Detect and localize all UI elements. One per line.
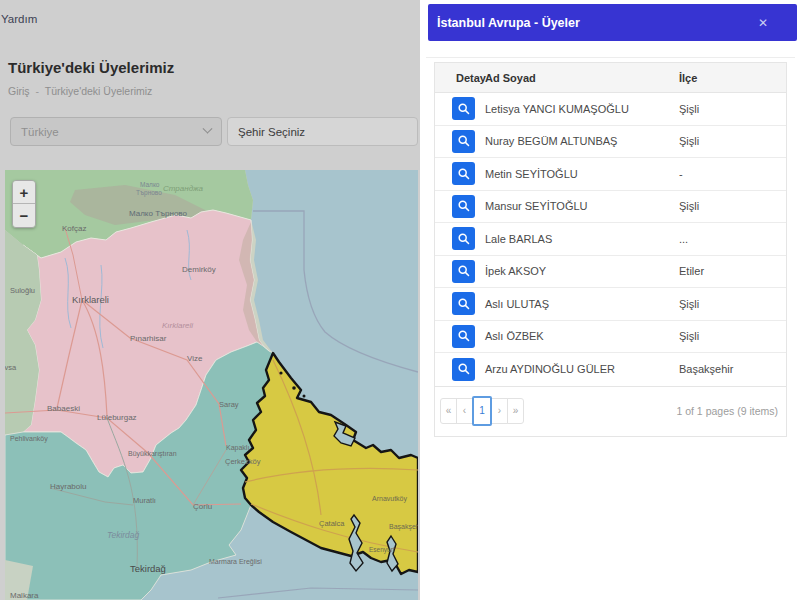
column-header-detay: Detay bbox=[435, 72, 485, 84]
breadcrumb-separator: - bbox=[36, 85, 40, 97]
map-zoom-in-button[interactable]: + bbox=[13, 181, 35, 204]
pagination-last-button[interactable]: » bbox=[507, 398, 524, 424]
map-label: Malkara bbox=[10, 591, 39, 600]
magnifier-icon bbox=[457, 264, 471, 278]
map-islet bbox=[292, 386, 296, 390]
members-table: Detay Ad Soyad İlçe Letisya YANCI KUMAŞO… bbox=[434, 62, 787, 437]
map-label: Çerkezköy bbox=[225, 457, 261, 466]
map-label: Pınarhisar bbox=[130, 334, 167, 343]
map[interactable]: МалкоТърновоСтранджаМалко ТърновоKofçazD… bbox=[5, 170, 418, 600]
chevron-down-icon bbox=[203, 124, 213, 134]
column-header-adsoyad: Ad Soyad bbox=[485, 72, 679, 84]
screen: Yardım Türkiye'deki Üyelerimiz Giriş - T… bbox=[0, 0, 800, 600]
map-label: Arnavutköy bbox=[372, 495, 408, 503]
map-label: Hayrabolu bbox=[50, 482, 86, 491]
detail-cell bbox=[435, 358, 485, 381]
map-label: Малко Търново bbox=[129, 209, 187, 218]
table-row: Aslı ULUTAŞŞişli bbox=[435, 288, 786, 321]
detail-button[interactable] bbox=[452, 325, 475, 348]
detail-button[interactable] bbox=[452, 195, 475, 218]
map-label: Başakşehir bbox=[389, 523, 418, 531]
detail-button[interactable] bbox=[452, 130, 475, 153]
pagination-page-1-button[interactable]: 1 bbox=[472, 396, 492, 426]
table-row: Lale BARLAS... bbox=[435, 223, 786, 256]
detail-cell bbox=[435, 97, 485, 120]
country-select-value: Türkiye bbox=[21, 126, 59, 138]
map-label: Странджа bbox=[163, 184, 204, 193]
breadcrumb: Giriş - Türkiye'deki Üyelerimiz bbox=[8, 85, 152, 97]
member-name: Nuray BEGÜM ALTUNBAŞ bbox=[485, 135, 679, 147]
table-row: Mansur SEYİTOĞLUŞişli bbox=[435, 191, 786, 224]
detail-button[interactable] bbox=[452, 162, 475, 185]
map-label: Esenyurt bbox=[369, 546, 395, 554]
detail-cell bbox=[435, 162, 485, 185]
nav-item-help[interactable]: Yardım bbox=[1, 13, 37, 25]
detail-button[interactable] bbox=[452, 227, 475, 250]
member-name: Aslı ÖZBEK bbox=[485, 330, 679, 342]
member-district: Etiler bbox=[679, 265, 786, 277]
map-label: Muratlı bbox=[133, 496, 156, 505]
pagination: « ‹ 1 › » 1 of 1 pages (9 items) bbox=[435, 387, 786, 436]
table-row: Letisya YANCI KUMAŞOĞLUŞişli bbox=[435, 93, 786, 126]
column-header-ilce: İlçe bbox=[679, 72, 786, 84]
map-label: Saray bbox=[219, 400, 239, 409]
member-district: Başakşehir bbox=[679, 363, 786, 375]
table-body: Letisya YANCI KUMAŞOĞLUŞişliNuray BEGÜM … bbox=[435, 93, 786, 387]
magnifier-icon bbox=[457, 134, 471, 148]
breadcrumb-current: Türkiye'deki Üyelerimiz bbox=[45, 85, 153, 97]
table-row: Nuray BEGÜM ALTUNBAŞŞişli bbox=[435, 126, 786, 159]
map-label: Büyükkarıştıran bbox=[128, 450, 177, 458]
modal-title: İstanbul Avrupa - Üyeler bbox=[437, 16, 580, 30]
magnifier-icon bbox=[457, 362, 471, 376]
map-label: Babaeski bbox=[47, 404, 80, 413]
detail-cell bbox=[435, 130, 485, 153]
map-zoom-control: + − bbox=[12, 180, 36, 228]
table-row: Metin SEYİTOĞLU- bbox=[435, 158, 786, 191]
country-select[interactable]: Türkiye bbox=[10, 117, 222, 146]
member-district: - bbox=[679, 168, 786, 180]
map-label: Çorlu bbox=[193, 502, 212, 511]
member-name: Metin SEYİTOĞLU bbox=[485, 168, 679, 180]
map-label: Tekirdağ bbox=[107, 530, 140, 540]
detail-button[interactable] bbox=[452, 292, 475, 315]
map-label: Търново bbox=[136, 189, 162, 197]
close-icon[interactable]: ✕ bbox=[758, 16, 768, 30]
map-label: Kırklareli bbox=[72, 294, 109, 305]
map-canvas[interactable]: МалкоТърновоСтранджаМалко ТърновоKofçazD… bbox=[5, 170, 418, 600]
map-label: Tekirdağ bbox=[130, 563, 166, 574]
detail-cell bbox=[435, 195, 485, 218]
detail-button[interactable] bbox=[452, 358, 475, 381]
map-label: Demirköy bbox=[182, 265, 216, 274]
member-district: Şişli bbox=[679, 330, 786, 342]
pagination-next-button[interactable]: › bbox=[491, 398, 508, 424]
breadcrumb-home[interactable]: Giriş bbox=[8, 85, 30, 97]
magnifier-icon bbox=[457, 329, 471, 343]
member-district: Şişli bbox=[679, 200, 786, 212]
detail-cell bbox=[435, 227, 485, 250]
city-select[interactable]: Şehir Seçiniz bbox=[227, 117, 418, 146]
table-header-row: Detay Ad Soyad İlçe bbox=[435, 63, 786, 93]
magnifier-icon bbox=[457, 102, 471, 116]
map-islet bbox=[279, 371, 282, 374]
map-label: Pehlivanköy bbox=[10, 435, 48, 443]
city-select-placeholder: Şehir Seçiniz bbox=[238, 126, 305, 138]
map-label: Marmara Ereğlisi bbox=[209, 558, 262, 566]
magnifier-icon bbox=[457, 232, 471, 246]
map-islet bbox=[303, 395, 306, 398]
detail-button[interactable] bbox=[452, 97, 475, 120]
map-label: Çatalca bbox=[319, 519, 345, 528]
panel-divider bbox=[426, 57, 795, 58]
detail-cell bbox=[435, 260, 485, 283]
map-label: Lüleburgaz bbox=[97, 413, 137, 422]
pagination-first-button[interactable]: « bbox=[440, 398, 457, 424]
modal-header: İstanbul Avrupa - Üyeler ✕ bbox=[428, 4, 797, 41]
member-district: Şişli bbox=[679, 298, 786, 310]
map-label: Havsa bbox=[5, 363, 17, 372]
map-zoom-out-button[interactable]: − bbox=[13, 204, 35, 227]
member-district: ... bbox=[679, 233, 786, 245]
pagination-summary: 1 of 1 pages (9 items) bbox=[676, 405, 778, 417]
map-label: Vize bbox=[187, 354, 203, 363]
pagination-prev-button[interactable]: ‹ bbox=[456, 398, 473, 424]
detail-button[interactable] bbox=[452, 260, 475, 283]
member-name: İpek AKSOY bbox=[485, 265, 679, 277]
